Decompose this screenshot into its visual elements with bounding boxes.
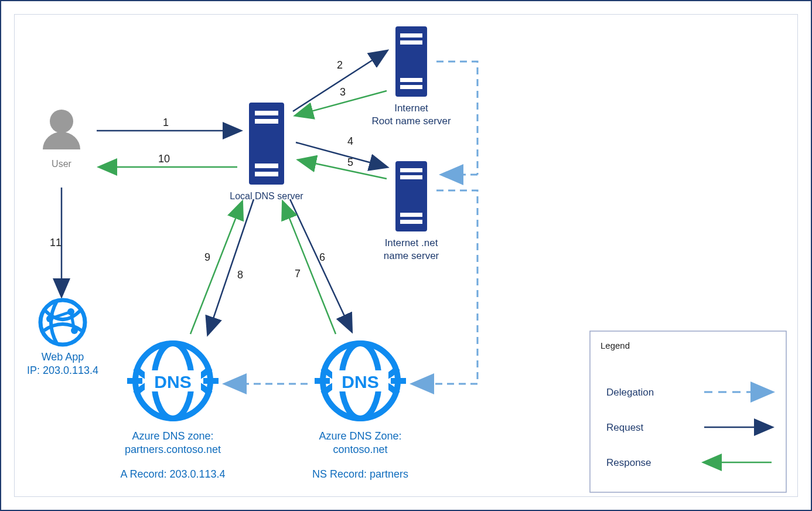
net-server-node: Internet .net name server (384, 161, 439, 261)
diagram-canvas: DNS (15, 15, 800, 499)
step-6: 6 (319, 251, 325, 263)
server-icon (395, 161, 427, 231)
step-4: 4 (347, 135, 353, 147)
arrow-9 (190, 202, 242, 334)
diagram-outer-frame: DNS (0, 0, 812, 511)
dns-contoso-record: NS Record: partners (312, 468, 408, 480)
step-11: 11 (50, 237, 62, 248)
server-icon (395, 26, 427, 97)
step-8: 8 (237, 269, 243, 281)
dns-partners-label-1: Azure DNS zone: (132, 430, 213, 442)
arrow-8 (208, 199, 254, 334)
arrow-4 (296, 142, 387, 167)
flow-arrows: 1 10 2 3 4 5 6 (50, 51, 387, 334)
root-label-2: Root name server (371, 115, 451, 127)
dns-contoso-label-2: contoso.net (333, 444, 387, 455)
user-label: User (52, 159, 71, 169)
user-icon (43, 110, 80, 149)
legend-box: Legend Delegation Request Response (590, 331, 786, 492)
step-10: 10 (158, 153, 170, 165)
step-7: 7 (295, 268, 301, 280)
root-server-node: Internet Root name server (371, 26, 451, 127)
legend-delegation-label: Delegation (606, 387, 654, 398)
net-label-1: Internet .net (385, 237, 438, 248)
step-5: 5 (347, 156, 353, 168)
webapp-node: Web App IP: 203.0.113.4 (27, 300, 98, 376)
dns-partners-label-2: partners.contoso.net (125, 444, 221, 455)
step-2: 2 (337, 59, 343, 71)
step-3: 3 (340, 86, 346, 98)
dns-partners-node: Azure DNS zone: partners.contoso.net A R… (120, 343, 225, 480)
root-label-1: Internet (394, 103, 428, 114)
step-9: 9 (204, 251, 210, 263)
globe-icon (40, 300, 85, 345)
legend-request-label: Request (606, 422, 644, 433)
step-1: 1 (163, 117, 169, 128)
user-node: User (43, 110, 80, 169)
webapp-label-2: IP: 203.0.113.4 (27, 364, 98, 376)
dns-icon (127, 343, 219, 418)
legend-title: Legend (601, 340, 630, 350)
arrow-7 (283, 202, 336, 334)
legend-response-label: Response (606, 457, 651, 468)
dns-contoso-label-1: Azure DNS Zone: (319, 430, 401, 442)
local-dns-label: Local DNS server (230, 191, 303, 201)
server-icon (249, 103, 284, 185)
webapp-label-1: Web App (42, 351, 84, 363)
arrow-6 (290, 199, 352, 331)
dns-partners-record: A Record: 203.0.113.4 (120, 468, 225, 480)
local-dns-node: Local DNS server (230, 103, 303, 201)
net-label-2: name server (384, 250, 439, 261)
diagram-inner-frame: DNS (14, 14, 798, 497)
dns-contoso-node: Azure DNS Zone: contoso.net NS Record: p… (312, 343, 408, 480)
dns-icon (315, 343, 406, 418)
